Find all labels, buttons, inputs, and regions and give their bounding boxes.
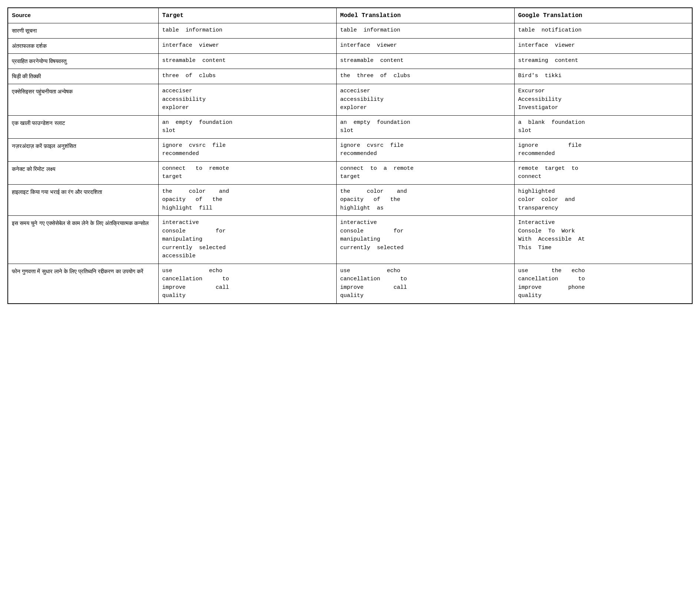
google-cell: table notification <box>514 23 692 39</box>
target-cell: ignore cvsrc file recommended <box>158 138 336 161</box>
source-cell: कनेक्ट को रिमोट लक्ष्य <box>8 161 158 184</box>
google-cell: ignore file recommended <box>514 138 692 161</box>
table-header-row: Source Target Model Translation Google T… <box>8 8 692 23</box>
table-row: इस समय चुने गए एक्सेसेबेल से काम लेने के… <box>8 216 692 264</box>
table-row: चिड़ी की तिक्कीthree of clubsthe three o… <box>8 69 692 84</box>
model-cell: table information <box>336 23 514 39</box>
google-cell: highlighted color color and transparency <box>514 184 692 216</box>
target-cell: use echo cancellation to improve call qu… <box>158 264 336 304</box>
google-cell: remote target to connect <box>514 161 692 184</box>
target-cell: interface viewer <box>158 39 336 54</box>
model-cell: an empty foundation slot <box>336 115 514 138</box>
source-cell: प्रवाहित करनेयोग्य विषयवस्तु <box>8 54 158 69</box>
target-cell: connect to remote target <box>158 161 336 184</box>
table-row: अंतराफलक दर्शकinterface viewerinterface … <box>8 39 692 54</box>
model-cell: interface viewer <box>336 39 514 54</box>
source-cell: एक्सेसिइसर पहुंचनीयता अन्वेषक <box>8 84 158 116</box>
table-row: एक्सेसिइसर पहुंचनीयता अन्वेषकacceciser a… <box>8 84 692 116</box>
source-cell: हाइलाइट किया गया भराई का रंग और पारदशिता <box>8 184 158 216</box>
model-cell: the color and opacity of the highlight a… <box>336 184 514 216</box>
google-cell: use the echo cancellation to improve pho… <box>514 264 692 304</box>
table-row: प्रवाहित करनेयोग्य विषयवस्तुstreamable c… <box>8 54 692 69</box>
table-row: नज़रअंदाज़ करें फ़ाइल अनुशंसितignore cvs… <box>8 138 692 161</box>
table-row: एक खाली फाउन्डेशन स्लाटan empty foundati… <box>8 115 692 138</box>
header-target: Target <box>158 8 336 23</box>
table-row: हाइलाइट किया गया भराई का रंग और पारदशिता… <box>8 184 692 216</box>
model-cell: ignore cvsrc file recommended <box>336 138 514 161</box>
google-cell: Interactive Console To Work With Accessi… <box>514 216 692 264</box>
header-model: Model Translation <box>336 8 514 23</box>
translation-table: Source Target Model Translation Google T… <box>7 7 693 304</box>
model-cell: streamable content <box>336 54 514 69</box>
model-cell: acceciser accessibility explorer <box>336 84 514 116</box>
source-cell: नज़रअंदाज़ करें फ़ाइल अनुशंसित <box>8 138 158 161</box>
target-cell: table information <box>158 23 336 39</box>
source-cell: एक खाली फाउन्डेशन स्लाट <box>8 115 158 138</box>
table-row: कनेक्ट को रिमोट लक्ष्यconnect to remote … <box>8 161 692 184</box>
google-cell: Excursor Accessibility Investigator <box>514 84 692 116</box>
translation-table-container: Source Target Model Translation Google T… <box>7 7 693 304</box>
model-cell: connect to a remote target <box>336 161 514 184</box>
target-cell: an empty foundation slot <box>158 115 336 138</box>
target-cell: interactive console for manipulating cur… <box>158 216 336 264</box>
target-cell: the color and opacity of the highlight f… <box>158 184 336 216</box>
source-cell: फोन गुणवत्ता में सुधार लाने के लिए प्रति… <box>8 264 158 304</box>
model-cell: use echo cancellation to improve call qu… <box>336 264 514 304</box>
model-cell: interactive console for manipulating cur… <box>336 216 514 264</box>
source-cell: अंतराफलक दर्शक <box>8 39 158 54</box>
source-cell: इस समय चुने गए एक्सेसेबेल से काम लेने के… <box>8 216 158 264</box>
source-cell: चिड़ी की तिक्की <box>8 69 158 84</box>
source-cell: सारणी सूचना <box>8 23 158 39</box>
table-row: सारणी सूचनाtable informationtable inform… <box>8 23 692 39</box>
header-google: Google Translation <box>514 8 692 23</box>
google-cell: streaming content <box>514 54 692 69</box>
target-cell: streamable content <box>158 54 336 69</box>
google-cell: Bird's tikki <box>514 69 692 84</box>
table-row: फोन गुणवत्ता में सुधार लाने के लिए प्रति… <box>8 264 692 304</box>
target-cell: three of clubs <box>158 69 336 84</box>
google-cell: a blank foundation slot <box>514 115 692 138</box>
google-cell: interface viewer <box>514 39 692 54</box>
model-cell: the three of clubs <box>336 69 514 84</box>
target-cell: acceciser accessibility explorer <box>158 84 336 116</box>
header-source: Source <box>8 8 158 23</box>
